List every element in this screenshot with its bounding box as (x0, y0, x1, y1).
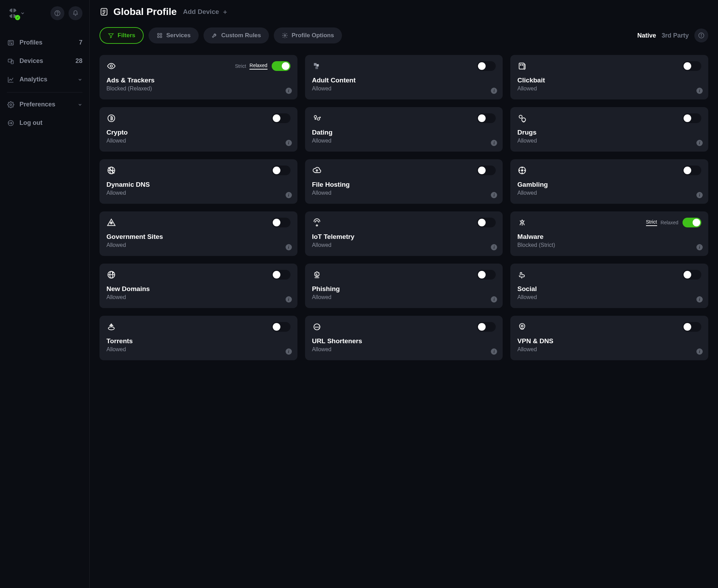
filter-toggle[interactable] (272, 61, 290, 71)
filter-title: Dating (312, 129, 496, 136)
filter-title: Ads & Trackers (106, 76, 290, 84)
info-icon[interactable]: i (696, 348, 703, 355)
filter-toggle[interactable] (683, 270, 701, 280)
filter-status: Allowed (517, 346, 701, 353)
sidebar-item-analytics[interactable]: Analytics (7, 70, 82, 89)
mode-strict[interactable]: Strict (646, 219, 657, 226)
mode-relaxed[interactable]: Relaxed (661, 220, 678, 225)
filter-toggle[interactable] (683, 113, 701, 123)
notifications-button[interactable] (69, 6, 82, 20)
svg-rect-25 (317, 64, 319, 67)
sidebar-item-label: Devices (19, 57, 43, 65)
info-icon[interactable]: i (491, 88, 497, 94)
filter-toggle[interactable] (477, 218, 496, 227)
sidebar-item-preferences[interactable]: Preferences (7, 95, 82, 114)
divider (7, 92, 82, 92)
account-switcher[interactable]: ✓ (7, 7, 25, 19)
chevron-down-icon (20, 11, 25, 16)
filter-status: Blocked (Relaxed) (106, 86, 290, 92)
filter-toggle[interactable] (272, 166, 290, 175)
sidebar-item-profiles[interactable]: Profiles 7 (7, 33, 82, 52)
filter-toggle[interactable] (683, 61, 701, 71)
info-icon[interactable]: i (696, 192, 703, 198)
info-icon[interactable]: i (491, 348, 497, 355)
filter-toggle[interactable] (477, 166, 496, 175)
svg-point-42 (522, 167, 522, 168)
toolbar-info-button[interactable] (694, 29, 708, 42)
subtab-native[interactable]: Native (637, 32, 656, 39)
info-icon[interactable]: i (696, 296, 703, 303)
filter-toggle[interactable] (272, 113, 290, 123)
sidebar-item-label: Analytics (19, 76, 47, 83)
filter-category-icon (312, 113, 322, 123)
filter-category-icon (106, 322, 116, 332)
filter-card: Government SitesAllowedi (99, 211, 297, 256)
info-icon[interactable]: i (491, 244, 497, 250)
svg-rect-27 (519, 63, 524, 69)
svg-point-43 (522, 173, 522, 174)
mode-relaxed[interactable]: Relaxed (249, 63, 267, 70)
tab-filters[interactable]: Filters (99, 27, 144, 44)
info-icon[interactable]: i (286, 140, 292, 146)
filter-toggle[interactable] (477, 270, 496, 280)
mode-strict[interactable]: Strict (235, 63, 246, 69)
info-icon[interactable]: i (491, 140, 497, 146)
filter-icon (108, 32, 114, 39)
filter-status: Allowed (312, 346, 496, 353)
filter-status: Allowed (517, 86, 701, 92)
svg-rect-17 (158, 36, 159, 38)
filter-category-icon (312, 166, 322, 175)
tab-services[interactable]: Services (149, 27, 199, 43)
filter-toggle[interactable] (477, 113, 496, 123)
gear-icon (282, 32, 288, 39)
filter-title: Dynamic DNS (106, 181, 290, 188)
svg-point-48 (111, 223, 111, 223)
svg-point-64 (521, 325, 523, 327)
filter-toggle[interactable] (272, 270, 290, 280)
filter-status: Allowed (312, 86, 496, 92)
filter-title: URL Shorteners (312, 337, 496, 345)
info-icon[interactable]: i (696, 140, 703, 146)
info-icon[interactable]: i (286, 192, 292, 198)
filter-card: New DomainsAllowedi (99, 264, 297, 308)
filter-toggle[interactable] (683, 322, 701, 332)
filter-title: File Hosting (312, 181, 496, 188)
help-button[interactable] (50, 6, 64, 20)
page-title: Global Profile (113, 6, 177, 17)
sidebar-item-label: Preferences (19, 101, 55, 108)
info-icon[interactable]: i (696, 244, 703, 250)
filter-card: StrictRelaxedAds & TrackersBlocked (Rela… (99, 55, 297, 99)
info-icon[interactable]: i (286, 244, 292, 250)
info-icon[interactable]: i (696, 88, 703, 94)
filter-toggle[interactable] (272, 218, 290, 227)
tab-custom-rules[interactable]: Custom Rules (204, 27, 269, 43)
tab-profile-options[interactable]: Profile Options (274, 27, 342, 43)
filter-card: Adult ContentAllowedi (305, 55, 503, 99)
sidebar-item-logout[interactable]: Log out (7, 114, 82, 132)
sidebar-item-devices[interactable]: Devices 28 (7, 52, 82, 70)
filter-toggle[interactable] (683, 166, 701, 175)
add-device-button[interactable]: Add Device ＋ (183, 8, 228, 16)
main-content: Global Profile Add Device ＋ Filters Serv… (90, 0, 718, 588)
svg-line-52 (524, 221, 525, 221)
filter-category-icon (517, 61, 527, 71)
status-ok-icon: ✓ (15, 15, 20, 20)
info-icon[interactable]: i (286, 88, 292, 94)
info-icon[interactable]: i (286, 296, 292, 303)
filter-toggle[interactable] (477, 61, 496, 71)
filter-status: Blocked (Strict) (517, 242, 701, 248)
info-icon[interactable]: i (491, 192, 497, 198)
filter-toggle[interactable] (477, 322, 496, 332)
subtab-third-party[interactable]: 3rd Party (662, 32, 689, 39)
filter-toggle[interactable] (683, 218, 701, 227)
filter-card: CryptoAllowedi (99, 107, 297, 152)
analytics-icon (7, 76, 15, 83)
info-icon[interactable]: i (286, 348, 292, 355)
filter-toggle[interactable] (272, 322, 290, 332)
info-icon[interactable]: i (491, 296, 497, 303)
tab-label: Custom Rules (221, 32, 261, 39)
filter-card: IoT TelemetryAllowedi (305, 211, 503, 256)
filter-category-icon (517, 113, 527, 123)
filter-title: Torrents (106, 337, 290, 345)
gear-icon (7, 101, 15, 108)
